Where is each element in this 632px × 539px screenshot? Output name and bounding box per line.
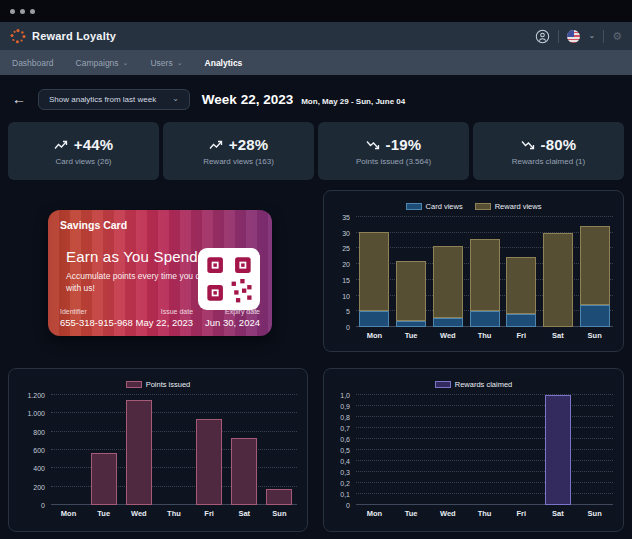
- expiry-date-label: Expiry date: [205, 308, 260, 315]
- nav-label: Campaigns: [76, 58, 119, 68]
- stat-label: Points issued (3.564): [356, 157, 431, 166]
- x-tick-label: Thu: [156, 509, 191, 518]
- bar-segment: [580, 226, 610, 305]
- stats-row: +44% Card views (26) +28% Reward views (…: [8, 122, 624, 180]
- bar-slot: [540, 395, 577, 505]
- bar-wed: [126, 400, 152, 505]
- week-range: Mon, May 29 - Sun, June 04: [301, 97, 405, 106]
- x-tick-label: Wed: [429, 331, 466, 340]
- settings-gear-icon[interactable]: ⚙: [612, 31, 622, 42]
- nav-label: Analytics: [205, 58, 243, 68]
- y-tick-label: 25: [334, 245, 350, 252]
- language-chevron-icon[interactable]: ⌄: [588, 32, 595, 40]
- bar-slot: [356, 395, 393, 505]
- bar-slot: [503, 217, 540, 327]
- y-tick-label: 0: [334, 324, 350, 331]
- bar-slot: [503, 395, 540, 505]
- dashboard-grid: Savings Card Earn as You Spend Accumulat…: [0, 180, 632, 539]
- bars-layer: [51, 395, 297, 505]
- analytics-range-select[interactable]: Show analytics from last week ⌄: [38, 89, 190, 110]
- y-tick-label: 0,4: [334, 458, 350, 465]
- legend-entry: Card views: [406, 202, 463, 211]
- language-flag-icon[interactable]: [567, 30, 580, 43]
- y-tick-label: 0: [19, 502, 45, 509]
- savings-card-title: Savings Card: [60, 219, 127, 231]
- x-tick-label: Fri: [503, 331, 540, 340]
- legend-label: Card views: [426, 202, 463, 211]
- stat-card-reward-views: +28% Reward views (163): [163, 122, 314, 180]
- bars-layer: [356, 395, 613, 505]
- chart-plot: 02004006008001.0001.200: [51, 395, 297, 505]
- y-tick-label: 0,2: [334, 480, 350, 487]
- identifier-field: Identifier 655-318-915-968: [60, 308, 133, 328]
- divider: [558, 30, 559, 43]
- divider: [603, 30, 604, 43]
- window-control-dot[interactable]: [30, 9, 35, 14]
- bar-fri: [196, 419, 222, 505]
- trend-up-icon: [54, 140, 68, 150]
- y-tick-label: 10: [334, 292, 350, 299]
- bar-segment: [91, 453, 117, 505]
- x-tick-label: Tue: [393, 509, 430, 518]
- y-tick-label: 0,3: [334, 469, 350, 476]
- chevron-down-icon: ⌄: [123, 59, 129, 66]
- x-tick-label: Fri: [192, 509, 227, 518]
- bar-segment: [266, 489, 292, 505]
- bar-segment: [196, 419, 222, 505]
- stat-delta: +28%: [229, 136, 269, 153]
- y-tick-label: 15: [334, 276, 350, 283]
- y-tick-label: 0,9: [334, 403, 350, 410]
- window-control-dot[interactable]: [10, 9, 15, 14]
- bar-slot: [429, 217, 466, 327]
- y-tick-label: 5: [334, 308, 350, 315]
- bar-slot: [121, 395, 156, 505]
- bar-segment: [580, 305, 610, 327]
- trend-down-icon: [521, 140, 535, 150]
- x-tick-label: Mon: [356, 331, 393, 340]
- nav-campaigns[interactable]: Campaigns⌄: [76, 58, 129, 68]
- y-tick-label: 0: [334, 502, 350, 509]
- bar-slot: [466, 217, 503, 327]
- issue-date-value: May 22, 2023: [135, 317, 193, 328]
- y-tick-label: 0,6: [334, 436, 350, 443]
- savings-card-subtext: Accumulate points every time you dine wi…: [66, 271, 216, 295]
- stat-card-card-views: +44% Card views (26): [8, 122, 159, 180]
- bar-slot: [393, 217, 430, 327]
- stat-delta: -19%: [386, 136, 422, 153]
- y-tick-label: 0,7: [334, 425, 350, 432]
- y-tick-label: 35: [334, 214, 350, 221]
- x-tick-label: Thu: [466, 331, 503, 340]
- chevron-down-icon: ⌄: [172, 95, 179, 103]
- bar-slot: [86, 395, 121, 505]
- bar-segment: [470, 239, 500, 311]
- bar-sun: [580, 226, 610, 327]
- trend-down-icon: [366, 140, 380, 150]
- account-icon[interactable]: [535, 29, 550, 44]
- stat-delta: -80%: [541, 136, 577, 153]
- nav-analytics[interactable]: Analytics: [205, 58, 243, 68]
- bars-layer: [356, 217, 613, 327]
- y-tick-label: 30: [334, 229, 350, 236]
- y-tick-label: 800: [19, 428, 45, 435]
- bar-tue: [396, 261, 426, 327]
- nav-dashboard[interactable]: Dashboard: [12, 58, 54, 68]
- chart: Rewards claimed00,10,20,30,40,50,60,70,8…: [334, 377, 613, 527]
- chevron-down-icon: ⌄: [177, 59, 183, 66]
- bar-slot: [466, 395, 503, 505]
- main-nav: Dashboard Campaigns⌄ Users⌄ Analytics: [0, 50, 632, 75]
- y-tick-label: 1.000: [19, 410, 45, 417]
- bar-segment: [231, 438, 257, 505]
- bar-segment: [359, 311, 389, 327]
- x-tick-label: Thu: [466, 509, 503, 518]
- nav-users[interactable]: Users⌄: [150, 58, 182, 68]
- chart-plot: 00,10,20,30,40,50,60,70,80,91,0: [356, 395, 613, 505]
- savings-card[interactable]: Savings Card Earn as You Spend Accumulat…: [48, 210, 272, 336]
- stat-label: Rewards claimed (1): [512, 157, 585, 166]
- app-title: Reward Loyalty: [32, 30, 116, 42]
- bar-sat: [231, 438, 257, 505]
- back-button[interactable]: ←: [12, 92, 26, 106]
- window-control-dot[interactable]: [20, 9, 25, 14]
- y-tick-label: 0,1: [334, 491, 350, 498]
- x-tick-label: Sat: [540, 331, 577, 340]
- expiry-date-value: Jun 30, 2024: [205, 317, 260, 328]
